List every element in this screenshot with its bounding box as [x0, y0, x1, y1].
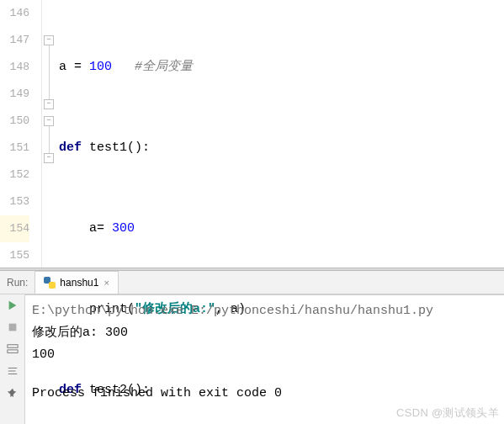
- watermark: CSDN @测试领头羊: [396, 405, 499, 421]
- code-line: a= 300: [59, 215, 504, 242]
- console-command: E:\python\python.exe E:/pythonceshi/hans…: [32, 300, 497, 322]
- svg-rect-1: [7, 345, 17, 348]
- fold-strip: − − − −: [42, 0, 59, 268]
- run-tab[interactable]: hanshu1 ×: [34, 271, 118, 294]
- run-toolstrip: [0, 294, 25, 424]
- fold-collapse-icon[interactable]: −: [44, 35, 54, 45]
- svg-rect-2: [7, 350, 17, 353]
- run-tab-label: hanshu1: [60, 277, 98, 289]
- fold-expand-icon[interactable]: −: [44, 153, 54, 163]
- console-output[interactable]: E:\python\python.exe E:/pythonceshi/hans…: [25, 294, 504, 424]
- stop-button[interactable]: [5, 320, 20, 335]
- code-line: a = 100 #全局变量: [59, 54, 504, 81]
- console-line: 100: [32, 344, 497, 366]
- pin-button[interactable]: [5, 385, 20, 400]
- code-editor[interactable]: 146 147 148 149 150 151 152 153 154 155 …: [0, 0, 504, 268]
- python-icon: [44, 277, 56, 289]
- console-exit: Process finished with exit code 0: [32, 383, 497, 405]
- svg-rect-0: [8, 324, 16, 331]
- line-gutter: 146 147 148 149 150 151 152 153 154 155: [0, 0, 42, 268]
- run-panel-body: E:\python\python.exe E:/pythonceshi/hans…: [0, 294, 504, 424]
- code-area[interactable]: a = 100 #全局变量 def test1(): a= 300 print(…: [59, 0, 504, 268]
- fold-expand-icon[interactable]: −: [44, 99, 54, 109]
- code-line: def test1():: [59, 135, 504, 162]
- fold-collapse-icon[interactable]: −: [44, 116, 54, 126]
- rerun-button[interactable]: [5, 298, 20, 313]
- close-icon[interactable]: ×: [103, 278, 109, 288]
- console-line: 修改后的a: 300: [32, 322, 497, 344]
- layout-button[interactable]: [5, 342, 20, 357]
- soft-wrap-button[interactable]: [5, 363, 20, 379]
- run-label: Run:: [0, 277, 34, 289]
